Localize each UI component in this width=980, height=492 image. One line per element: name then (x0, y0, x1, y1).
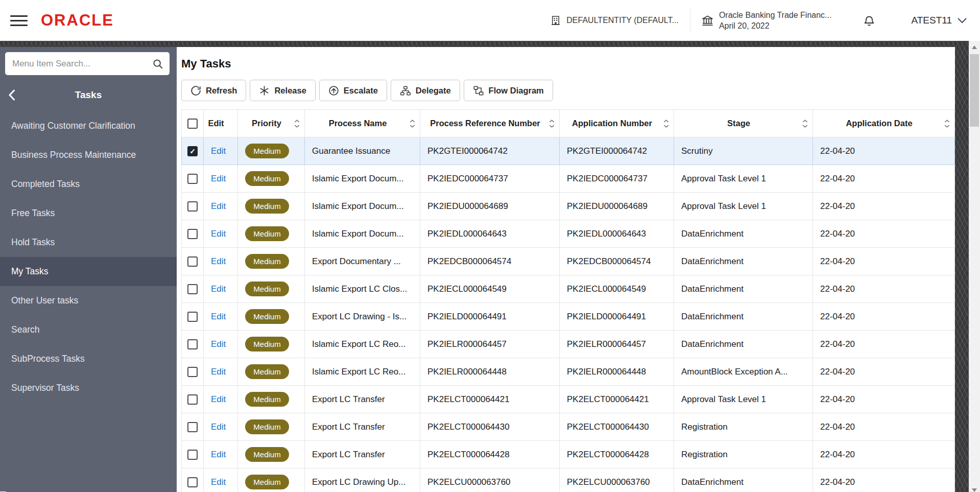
process-reference-number: PK2IEDL000064643 (427, 229, 507, 239)
sidebar-item-free-tasks[interactable]: Free Tasks (0, 199, 177, 228)
sort-icon[interactable] (944, 119, 950, 128)
priority-badge: Medium (245, 226, 289, 241)
delegate-button[interactable]: Delegate (391, 80, 460, 101)
sort-icon[interactable] (802, 119, 808, 128)
table-row[interactable]: EditMediumExport LC Drawing - Is...PK2IE… (182, 303, 955, 331)
stage: DataEnrichment (681, 256, 744, 266)
edit-link[interactable]: Edit (211, 284, 226, 294)
cell-process-reference-number: PK2IELR000064448 (420, 358, 560, 386)
sort-icon[interactable] (410, 119, 415, 128)
edit-link[interactable]: Edit (211, 174, 226, 183)
refresh-icon (190, 85, 201, 96)
sidebar-item-business-process-maintenance[interactable]: Business Process Maintenance (0, 140, 177, 170)
entity-selector[interactable]: DEFAULTENTITY (DEFAULT... (551, 15, 679, 26)
process-reference-number: PK2EDCB000064574 (427, 256, 511, 266)
table-row[interactable]: EditMediumIslamic Export Docum...PK2IEDU… (182, 193, 955, 220)
row-checkbox[interactable]: ✓ (187, 146, 198, 156)
scrollbar-up-arrow[interactable] (969, 42, 980, 52)
cell-edit: Edit (204, 137, 238, 165)
hamburger-menu-icon[interactable] (10, 14, 28, 27)
priority-badge: Medium (245, 199, 289, 214)
cell-process-reference-number: PK2IEDL000064643 (420, 220, 560, 248)
user-menu[interactable]: ATEST11 (911, 15, 967, 26)
cell-application-number: PK2IELR000064457 (560, 331, 674, 358)
stage: DataEnrichment (681, 312, 744, 321)
refresh-button[interactable]: Refresh (181, 80, 246, 101)
cell-checkbox (182, 248, 204, 275)
table-row[interactable]: EditMediumExport LC TransferPK2ELCT00006… (182, 386, 955, 413)
table-row[interactable]: EditMediumIslamic Export LC Clos...PK2IE… (182, 275, 955, 303)
edit-link[interactable]: Edit (211, 339, 226, 349)
cell-process-name: Export LC Drawing - Is... (305, 303, 420, 331)
application-date: 22-04-20 (820, 256, 855, 266)
row-checkbox[interactable] (187, 229, 198, 239)
vertical-scrollbar[interactable] (969, 41, 980, 492)
scrollbar-down-arrow[interactable] (969, 485, 980, 492)
row-checkbox[interactable] (187, 201, 198, 212)
row-checkbox[interactable] (187, 422, 198, 432)
col-header-process-name[interactable]: Process Name (305, 110, 420, 137)
edit-link[interactable]: Edit (211, 256, 226, 266)
scrollbar-thumb[interactable] (970, 54, 979, 127)
col-header-process-reference-number[interactable]: Process Reference Number (420, 110, 560, 137)
back-chevron-icon[interactable] (8, 89, 15, 101)
row-checkbox[interactable] (187, 174, 198, 184)
notifications-bell-icon[interactable] (863, 14, 875, 27)
edit-link[interactable]: Edit (211, 229, 226, 239)
edit-link[interactable]: Edit (211, 450, 226, 459)
sort-icon[interactable] (549, 119, 555, 128)
sort-icon[interactable] (663, 119, 669, 128)
cell-edit: Edit (204, 331, 238, 358)
sidebar-item-hold-tasks[interactable]: Hold Tasks (0, 228, 177, 257)
row-checkbox[interactable] (187, 284, 198, 294)
table-row[interactable]: EditMediumIslamic Export LC Reo...PK2IEL… (182, 331, 955, 358)
table-row[interactable]: EditMediumExport LC TransferPK2ELCT00006… (182, 413, 955, 441)
cell-edit: Edit (204, 275, 238, 303)
edit-link[interactable]: Edit (211, 477, 226, 487)
stage: AmountBlock Exception A... (681, 367, 788, 377)
sort-icon[interactable] (294, 119, 300, 128)
sidebar-item-supervisor-tasks[interactable]: Supervisor Tasks (0, 373, 177, 403)
row-checkbox[interactable] (187, 367, 198, 377)
escalate-button[interactable]: Escalate (319, 80, 387, 101)
col-header-stage[interactable]: Stage (674, 110, 813, 137)
table-row[interactable]: EditMediumIslamic Export Docum...PK2IEDL… (182, 220, 955, 248)
sidebar-item-search[interactable]: Search (0, 315, 177, 344)
col-header-edit[interactable]: Edit (204, 110, 238, 137)
sidebar-item-subprocess-tasks[interactable]: SubProcess Tasks (0, 344, 177, 373)
col-header-priority[interactable]: Priority (238, 110, 305, 137)
row-checkbox[interactable] (187, 450, 198, 460)
flow-diagram-button[interactable]: Flow Diagram (464, 80, 553, 101)
select-all-checkbox[interactable] (187, 119, 198, 129)
table-row[interactable]: EditMediumExport Documentary ...PK2EDCB0… (182, 248, 955, 275)
row-checkbox[interactable] (187, 339, 198, 349)
table-row[interactable]: EditMediumExport LC TransferPK2ELCT00006… (182, 441, 955, 468)
table-row[interactable]: EditMediumExport LC Drawing Up...PK2ELCU… (182, 468, 955, 492)
process-name: Islamic Export LC Clos... (312, 284, 407, 294)
sidebar-item-my-tasks[interactable]: My Tasks (0, 257, 177, 286)
col-header-application-date[interactable]: Application Date (813, 110, 955, 137)
table-row[interactable]: EditMediumIslamic Export Docum...PK2IEDC… (182, 165, 955, 193)
row-checkbox[interactable] (187, 394, 198, 405)
release-button[interactable]: Release (250, 80, 315, 101)
sidebar-item-awaiting-customer-clarification[interactable]: Awaiting Customer Clarification (0, 111, 177, 140)
edit-link[interactable]: Edit (211, 422, 226, 432)
search-icon[interactable] (152, 58, 163, 69)
edit-link[interactable]: Edit (211, 201, 226, 211)
table-row[interactable]: ✓EditMediumGuarantee IssuancePK2GTEI0000… (182, 137, 955, 165)
edit-link[interactable]: Edit (211, 367, 226, 377)
edit-link[interactable]: Edit (211, 146, 226, 156)
menu-search-input[interactable] (12, 59, 152, 69)
row-checkbox[interactable] (187, 312, 198, 322)
sidebar-item-other-user-tasks[interactable]: Other User tasks (0, 286, 177, 315)
edit-link[interactable]: Edit (211, 312, 226, 321)
row-checkbox[interactable] (187, 256, 198, 267)
stage: DataEnrichment (681, 229, 744, 239)
sidebar-item-completed-tasks[interactable]: Completed Tasks (0, 170, 177, 199)
row-checkbox[interactable] (187, 477, 198, 487)
cell-stage: Approval Task Level 1 (674, 386, 813, 413)
edit-link[interactable]: Edit (211, 394, 226, 404)
col-header-application-number[interactable]: Application Number (560, 110, 674, 137)
table-row[interactable]: EditMediumIslamic Export LC Reo...PK2IEL… (182, 358, 955, 386)
cell-stage: AmountBlock Exception A... (674, 358, 813, 386)
